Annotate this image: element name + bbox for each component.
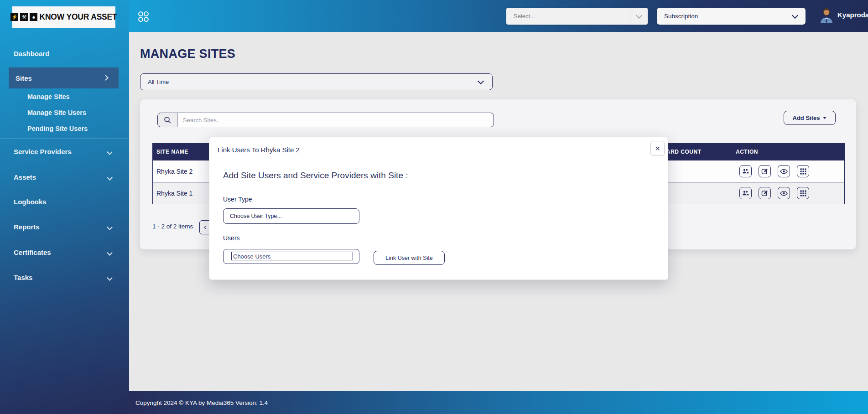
user-type-placeholder: Choose User Type...: [230, 213, 282, 219]
action-cell: [736, 187, 844, 199]
sidebar-item-label: Service Providers: [14, 148, 72, 155]
link-users-action-button[interactable]: [739, 165, 752, 177]
chevron-down-icon: [478, 78, 484, 84]
sidebar-item-service-providers[interactable]: Service Providers: [0, 144, 129, 159]
column-action: ACTION: [736, 149, 844, 155]
modal-header: Link Users To Rhyka Site 2 ✕: [209, 137, 668, 163]
link-users-action-button[interactable]: [739, 187, 752, 199]
sidebar-item-label: Reports: [14, 223, 40, 231]
chevron-down-icon: [630, 8, 648, 25]
global-select-placeholder: Select...: [506, 13, 630, 20]
edit-action-button[interactable]: [759, 165, 771, 177]
user-type-label: User Type: [223, 196, 252, 203]
sidebar-item-label: Manage Site Users: [27, 109, 86, 116]
sidebar-item-manage-site-users[interactable]: Manage Site Users: [0, 105, 129, 120]
sidebar-item-manage-sites[interactable]: Manage Sites: [0, 89, 129, 104]
search-icon: [158, 113, 177, 127]
username[interactable]: Kyaprodao4: [837, 11, 868, 19]
chevron-down-icon: [107, 149, 113, 155]
chevron-down-icon: [792, 12, 798, 18]
subscription-dropdown[interactable]: Subscription: [657, 8, 806, 25]
user-avatar[interactable]: [819, 8, 834, 24]
sidebar-item-assets[interactable]: Assets: [0, 169, 129, 185]
sidebar-item-sites[interactable]: Sites: [9, 67, 119, 88]
modal-title: Link Users To Rhyka Site 2: [218, 137, 300, 163]
search-bar: [157, 113, 494, 127]
sidebar-item-label: Assets: [14, 173, 36, 181]
dashboard-grid-action-button[interactable]: [797, 165, 809, 177]
caret-down-icon: [823, 117, 826, 119]
bolt-icon: ⚡: [10, 13, 18, 21]
sidebar-item-label: Manage Sites: [27, 93, 70, 100]
time-filter-value: All Time: [140, 78, 478, 85]
chevron-down-icon: [107, 275, 113, 281]
chevron-right-icon: [103, 75, 109, 81]
sidebar-item-pending-site-users[interactable]: Pending Site Users: [0, 121, 129, 136]
search-input[interactable]: [177, 113, 494, 127]
sidebar-item-logbooks[interactable]: Logbooks: [0, 194, 129, 209]
sidebar-item-label: Tasks: [14, 274, 32, 281]
users-label: Users: [223, 234, 240, 242]
app-root: ⚡ ⚒ ♠ KNOW YOUR ASSET Dashboard Sites Ma…: [0, 0, 868, 414]
link-users-modal: Link Users To Rhyka Site 2 ✕ Add Site Us…: [209, 137, 668, 280]
link-user-with-site-button[interactable]: Link User with Site: [374, 251, 445, 265]
sidebar-item-label: Certificates: [14, 248, 51, 256]
global-select-dropdown[interactable]: Select...: [506, 8, 648, 25]
sidebar-item-dashboard[interactable]: Dashboard: [0, 46, 129, 61]
add-sites-label: Add Sites: [793, 114, 820, 121]
edit-action-button[interactable]: [759, 187, 771, 199]
users-input-box: [231, 252, 353, 260]
chevron-down-icon: [107, 224, 113, 230]
pager-summary: 1 - 2 of 2 items: [152, 223, 193, 230]
footer: Copyright 2024 © KYA by Media365 Version…: [129, 391, 868, 414]
view-action-button[interactable]: [778, 187, 790, 199]
topbar: Select... Subscription Kyaprodao4: [129, 0, 868, 32]
sidebar-item-label: Logbooks: [14, 198, 47, 206]
add-sites-button[interactable]: Add Sites: [784, 111, 836, 125]
brand-logo[interactable]: ⚡ ⚒ ♠ KNOW YOUR ASSET: [12, 6, 115, 28]
users-input[interactable]: [232, 253, 354, 260]
sidebar-item-certificates[interactable]: Certificates: [0, 244, 129, 260]
close-icon[interactable]: ✕: [650, 141, 665, 156]
sidebar-item-label: Pending Site Users: [27, 125, 88, 132]
view-action-button[interactable]: [778, 165, 790, 177]
tools-icon: ⚒: [20, 13, 28, 21]
copyright-text: Copyright 2024 © KYA by Media365 Version…: [135, 399, 268, 406]
page-title: MANAGE SITES: [140, 47, 235, 61]
chevron-down-icon: [107, 175, 113, 181]
users-multiselect[interactable]: [223, 249, 359, 264]
sidebar-item-reports[interactable]: Reports: [0, 219, 129, 234]
sidebar-item-tasks[interactable]: Tasks: [0, 269, 129, 285]
sidebar-item-label: Sites: [16, 74, 32, 82]
chevron-down-icon: [107, 250, 113, 256]
sidebar: ⚡ ⚒ ♠ KNOW YOUR ASSET Dashboard Sites Ma…: [0, 0, 129, 414]
modal-heading: Add Site Users and Service Providers wit…: [223, 171, 408, 181]
time-filter-dropdown[interactable]: All Time: [140, 73, 493, 90]
brand-name: KNOW YOUR ASSET: [39, 12, 117, 22]
sidebar-divider: [0, 138, 129, 139]
spade-icon: ♠: [30, 13, 37, 21]
user-type-dropdown[interactable]: Choose User Type...: [223, 208, 359, 224]
column-ard-count: ARD COUNT: [666, 149, 736, 155]
dashboard-grid-action-button[interactable]: [797, 187, 809, 199]
subscription-value: Subscription: [657, 13, 793, 20]
sidebar-item-label: Dashboard: [14, 50, 49, 57]
apps-grid-icon[interactable]: [137, 10, 150, 25]
action-cell: [736, 165, 844, 177]
